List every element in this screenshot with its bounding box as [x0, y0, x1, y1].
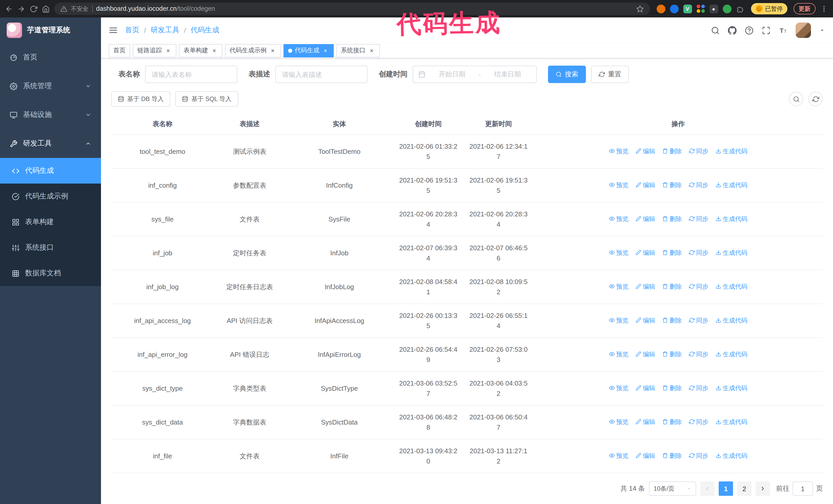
pagination-page-1[interactable]: 1	[719, 481, 733, 496]
preview-link[interactable]: 预览	[609, 417, 628, 426]
delete-link[interactable]: 删除	[662, 451, 682, 460]
sidebar-item-infra[interactable]: 基础设施	[0, 100, 101, 129]
browser-menu-icon[interactable]	[820, 5, 828, 13]
edit-link[interactable]: 编辑	[636, 214, 655, 223]
preview-link[interactable]: 预览	[609, 282, 628, 291]
sidebar-subitem-form-builder[interactable]: 表单构建	[0, 209, 101, 235]
tab-api[interactable]: 系统接口×	[336, 44, 380, 57]
sync-link[interactable]: 同步	[689, 316, 709, 325]
extension-blue-icon[interactable]	[670, 4, 679, 13]
edit-link[interactable]: 编辑	[636, 180, 655, 189]
pagination-next-button[interactable]	[756, 481, 770, 496]
delete-link[interactable]: 删除	[662, 350, 682, 359]
generate-code-link[interactable]: 生成代码	[716, 214, 747, 223]
fullscreen-icon[interactable]	[762, 26, 770, 34]
sync-link[interactable]: 同步	[689, 248, 709, 257]
search-icon[interactable]	[711, 26, 720, 34]
generate-code-link[interactable]: 生成代码	[716, 316, 747, 325]
sync-link[interactable]: 同步	[689, 282, 709, 291]
extension-avatars-grid-icon[interactable]	[696, 5, 705, 13]
tab-close-icon[interactable]: ×	[165, 47, 172, 54]
browser-home-icon[interactable]	[42, 5, 50, 13]
breadcrumb-item[interactable]: 首页	[125, 26, 139, 35]
sidebar-item-home[interactable]: 首页	[0, 43, 101, 72]
table-refresh-button[interactable]	[808, 92, 823, 106]
caret-down-icon[interactable]	[819, 27, 825, 33]
generate-code-link[interactable]: 生成代码	[716, 451, 747, 460]
edit-link[interactable]: 编辑	[636, 316, 655, 325]
edit-link[interactable]: 编辑	[636, 146, 655, 155]
preview-link[interactable]: 预览	[609, 248, 628, 257]
address-bar[interactable]: 不安全 dashboard.yudao.iocoder.cn/tool/code…	[54, 3, 650, 15]
breadcrumb-item[interactable]: 代码生成	[191, 26, 219, 35]
extension-puzzle-icon[interactable]	[736, 4, 744, 13]
sync-link[interactable]: 同步	[689, 417, 709, 426]
extension-orange-icon[interactable]	[657, 4, 665, 13]
sync-link[interactable]: 同步	[689, 350, 709, 359]
security-warning-icon[interactable]	[61, 5, 67, 12]
sidebar-subitem-codegen-example[interactable]: 代码生成示例	[0, 184, 101, 209]
sync-link[interactable]: 同步	[689, 180, 709, 189]
edit-link[interactable]: 编辑	[636, 417, 655, 426]
help-icon[interactable]	[745, 26, 754, 34]
pagination-prev-button[interactable]	[700, 481, 715, 496]
browser-forward-icon[interactable]	[18, 5, 25, 13]
edit-link[interactable]: 编辑	[636, 282, 655, 291]
font-size-icon[interactable]: TT	[779, 26, 787, 34]
tab-close-icon[interactable]: ×	[322, 47, 329, 54]
generate-code-link[interactable]: 生成代码	[716, 146, 747, 155]
sync-link[interactable]: 同步	[689, 146, 709, 155]
generate-code-link[interactable]: 生成代码	[716, 383, 747, 392]
tab-close-icon[interactable]: ×	[368, 47, 375, 54]
table-search-toggle-button[interactable]	[789, 92, 803, 106]
tab-codegen-example[interactable]: 代码生成示例×	[225, 44, 281, 57]
sync-link[interactable]: 同步	[689, 214, 709, 223]
tab-codegen[interactable]: 代码生成×	[284, 44, 334, 57]
search-button[interactable]: 搜索	[548, 66, 586, 83]
bookmark-star-icon[interactable]	[636, 5, 644, 13]
import-db-button[interactable]: 基于 DB 导入	[111, 91, 170, 106]
preview-link[interactable]: 预览	[609, 180, 628, 189]
goto-page-input[interactable]	[792, 481, 813, 496]
preview-link[interactable]: 预览	[609, 383, 628, 392]
delete-link[interactable]: 删除	[662, 248, 682, 257]
preview-link[interactable]: 预览	[609, 350, 628, 359]
preview-link[interactable]: 预览	[609, 451, 628, 460]
create-time-range-picker[interactable]: 开始日期 - 结束日期	[413, 66, 537, 83]
user-avatar[interactable]	[795, 23, 811, 38]
security-label[interactable]: 不安全	[71, 5, 89, 13]
delete-link[interactable]: 删除	[662, 214, 682, 223]
delete-link[interactable]: 删除	[662, 316, 682, 325]
github-icon[interactable]	[728, 26, 737, 34]
page-size-select[interactable]: 10条/页	[649, 481, 696, 496]
sidebar-subitem-codegen[interactable]: 代码生成	[0, 158, 101, 184]
generate-code-link[interactable]: 生成代码	[716, 180, 747, 189]
generate-code-link[interactable]: 生成代码	[716, 248, 747, 257]
generate-code-link[interactable]: 生成代码	[716, 417, 747, 426]
generate-code-link[interactable]: 生成代码	[716, 350, 747, 359]
sync-link[interactable]: 同步	[689, 383, 709, 392]
tab-tracing[interactable]: 链路追踪×	[133, 44, 176, 57]
extension-green-icon[interactable]	[722, 4, 731, 13]
tab-form-builder[interactable]: 表单构建×	[179, 44, 222, 57]
tab-home[interactable]: 首页	[109, 44, 130, 57]
extension-recorder-icon[interactable]: ●	[709, 4, 718, 13]
delete-link[interactable]: 删除	[662, 282, 682, 291]
sidebar-subitem-db-doc[interactable]: 数据库文档	[0, 261, 101, 286]
edit-link[interactable]: 编辑	[636, 248, 655, 257]
browser-reload-icon[interactable]	[30, 5, 38, 13]
extension-vue-icon[interactable]: V	[683, 4, 692, 13]
preview-link[interactable]: 预览	[609, 214, 628, 223]
reset-button[interactable]: 重置	[591, 66, 629, 83]
table-name-input[interactable]	[145, 66, 237, 83]
delete-link[interactable]: 删除	[662, 417, 682, 426]
edit-link[interactable]: 编辑	[636, 350, 655, 359]
date-start-placeholder[interactable]: 开始日期	[429, 70, 476, 79]
delete-link[interactable]: 删除	[662, 146, 682, 155]
browser-back-icon[interactable]	[5, 5, 13, 13]
tab-close-icon[interactable]: ×	[269, 47, 276, 54]
date-end-placeholder[interactable]: 结束日期	[484, 70, 531, 79]
sidebar-toggle-icon[interactable]	[109, 26, 118, 35]
pagination-page-2[interactable]: 2	[737, 481, 752, 496]
preview-link[interactable]: 预览	[609, 146, 628, 155]
